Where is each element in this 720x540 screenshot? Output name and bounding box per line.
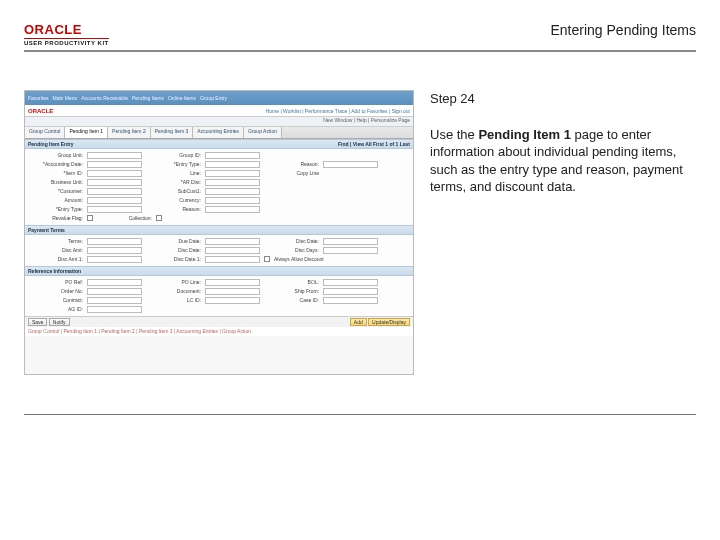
- ss-field-input[interactable]: [205, 288, 260, 295]
- ss-field-input[interactable]: [205, 297, 260, 304]
- ss-field-label: Revalue Flag:: [28, 215, 83, 221]
- ss-logo-row: ORACLE Home | Worklist | Performance Tra…: [25, 105, 413, 117]
- ss-tab-active[interactable]: Pending Item 1: [65, 127, 108, 138]
- ss-tabs: Group Control Pending Item 1 Pending Ite…: [25, 127, 413, 139]
- ss-field-input[interactable]: [87, 188, 142, 195]
- ss-field-label: Due Date:: [146, 238, 201, 244]
- ss-top-item: Main Menu: [53, 95, 78, 101]
- ss-field-input[interactable]: [87, 179, 142, 186]
- oracle-logo-text: ORACLE: [24, 22, 109, 39]
- step-label: Step 24: [430, 90, 696, 108]
- ss-field-label: Reason:: [264, 161, 319, 167]
- ss-field-label: Amount:: [28, 197, 83, 203]
- ss-tab[interactable]: Group Control: [25, 127, 65, 138]
- ss-field-label: Disc Amt 1:: [28, 256, 83, 262]
- ss-field-label: Disc Days:: [264, 247, 319, 253]
- ss-field-input[interactable]: [205, 170, 260, 177]
- ss-field-input[interactable]: [323, 288, 378, 295]
- ss-checkbox[interactable]: [87, 215, 93, 221]
- ss-add-button[interactable]: Add: [350, 318, 367, 326]
- ss-field-input[interactable]: [323, 238, 378, 245]
- ss-tab[interactable]: Accounting Entries: [193, 127, 244, 138]
- ss-checkbox[interactable]: [264, 256, 270, 262]
- document-title: Entering Pending Items: [550, 22, 696, 38]
- ss-field-input[interactable]: [87, 256, 142, 263]
- content-row: Favorites Main Menu Accounts Receivable …: [24, 90, 696, 375]
- instruction-panel: Step 24 Use the Pending Item 1 page to e…: [430, 90, 696, 375]
- ss-field-label: PO Line:: [146, 279, 201, 285]
- ss-top-item: Group Entry: [200, 95, 227, 101]
- ss-field-label: Group Unit:: [28, 152, 83, 158]
- ss-field-input[interactable]: [205, 188, 260, 195]
- ss-section2-header: Payment Terms: [25, 225, 413, 235]
- ss-save-button[interactable]: Save: [28, 318, 47, 326]
- ss-user-row: New Window | Help | Personalize Page: [25, 117, 413, 127]
- ss-field-input[interactable]: [205, 247, 260, 254]
- ss-field-label: Group ID:: [146, 152, 201, 158]
- ss-field-input[interactable]: [205, 179, 260, 186]
- ss-notify-button[interactable]: Notify: [49, 318, 70, 326]
- ss-field-input[interactable]: [87, 279, 142, 286]
- ss-field-input[interactable]: [323, 247, 378, 254]
- ss-field-input[interactable]: [87, 170, 142, 177]
- ss-field-input[interactable]: [205, 256, 260, 263]
- ss-field-input[interactable]: [205, 197, 260, 204]
- ss-section3-header: Reference Information: [25, 266, 413, 276]
- ss-field-input[interactable]: [87, 206, 142, 213]
- footer-rule: [24, 414, 696, 415]
- ss-top-item: Pending Items: [132, 95, 164, 101]
- ss-update-display-button[interactable]: Update/Display: [368, 318, 410, 326]
- ss-field-input[interactable]: [87, 297, 142, 304]
- instruction-text: Use the Pending Item 1 page to enter inf…: [430, 126, 696, 196]
- ss-field-input[interactable]: [205, 279, 260, 286]
- ss-tab[interactable]: Pending Item 2: [108, 127, 151, 138]
- ss-field-input[interactable]: [87, 238, 142, 245]
- ss-field-input[interactable]: [87, 306, 142, 313]
- ss-field-label: Case ID:: [264, 297, 319, 303]
- ss-footer-buttons: Save Notify Add Update/Display: [25, 316, 413, 327]
- ss-field-input[interactable]: [205, 206, 260, 213]
- ss-field-label: Order No:: [28, 288, 83, 294]
- ss-field-input[interactable]: [323, 161, 378, 168]
- ss-top-nav: Favorites Main Menu Accounts Receivable …: [25, 91, 413, 105]
- ss-field-input[interactable]: [205, 161, 260, 168]
- ss-field-label: Always Allow Discount: [274, 256, 324, 262]
- embedded-screenshot: Favorites Main Menu Accounts Receivable …: [24, 90, 414, 375]
- ss-field-input[interactable]: [87, 247, 142, 254]
- ss-field-input[interactable]: [323, 297, 378, 304]
- ss-field-label: BOL:: [264, 279, 319, 285]
- ss-tab[interactable]: Group Action: [244, 127, 282, 138]
- ss-top-item: Accounts Receivable: [81, 95, 128, 101]
- ss-field-label: Ship From:: [264, 288, 319, 294]
- ss-field-label: Document:: [146, 288, 201, 294]
- ss-field-input[interactable]: [205, 238, 260, 245]
- ss-field-label: *AR Dist:: [146, 179, 201, 185]
- oracle-upk-label: USER PRODUCTIVITY KIT: [24, 40, 109, 46]
- ss-field-label: Disc Date 1:: [146, 256, 201, 262]
- ss-field-input[interactable]: [87, 197, 142, 204]
- page-header: ORACLE USER PRODUCTIVITY KIT Entering Pe…: [24, 22, 696, 52]
- ss-field-label: Collection:: [97, 215, 152, 221]
- ss-field-input[interactable]: [87, 152, 142, 159]
- ss-field-label: Copy Line: [264, 170, 319, 176]
- ss-section3-title: Reference Information: [28, 268, 81, 274]
- ss-field-input[interactable]: [87, 161, 142, 168]
- ss-field-input[interactable]: [205, 152, 260, 159]
- ss-field-label: Disc Date:: [264, 238, 319, 244]
- ss-breadcrumb: Group Control | Pending Item 1 | Pending…: [25, 327, 413, 336]
- ss-field-input[interactable]: [323, 279, 378, 286]
- ss-checkbox[interactable]: [156, 215, 162, 221]
- ss-tab[interactable]: Pending Item 3: [151, 127, 194, 138]
- ss-oracle-logo: ORACLE: [28, 108, 53, 114]
- ss-field-label: Line:: [146, 170, 201, 176]
- ss-section1-header: Pending Item Entry Find | View All First…: [25, 139, 413, 149]
- ss-field-label: PO Ref:: [28, 279, 83, 285]
- ss-field-label: LC ID:: [146, 297, 201, 303]
- instruction-bold: Pending Item 1: [478, 127, 570, 142]
- ss-section3-fields: PO Ref:PO Line:BOL: Order No:Document:Sh…: [25, 276, 413, 316]
- ss-field-input[interactable]: [87, 288, 142, 295]
- ss-field-label: *Customer:: [28, 188, 83, 194]
- ss-section1-toolbar: Find | View All First 1 of 1 Last: [338, 141, 410, 147]
- ss-field-label: *Entry Type:: [146, 161, 201, 167]
- ss-header-links: Home | Worklist | Performance Trace | Ad…: [266, 108, 410, 114]
